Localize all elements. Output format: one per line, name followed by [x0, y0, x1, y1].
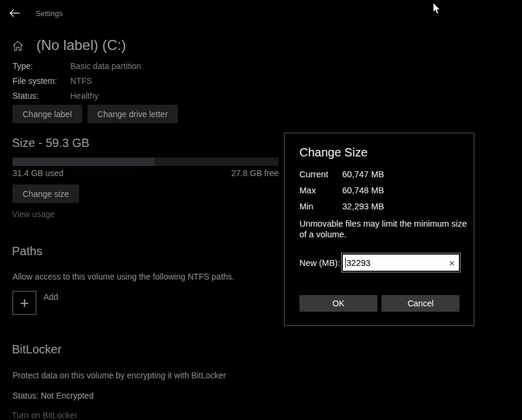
type-label: Type:: [12, 61, 33, 71]
dialog-title: Change Size: [299, 146, 368, 159]
min-size-row: Min 32,293 MB: [299, 202, 313, 211]
add-path-label: Add: [43, 292, 58, 302]
info-row-type: Type: Basic data partition: [12, 61, 33, 72]
cancel-button[interactable]: Cancel: [382, 295, 460, 312]
back-arrow-icon: [9, 9, 20, 17]
paths-description: Allow access to this volume using the fo…: [12, 272, 235, 281]
min-label: Min: [299, 202, 313, 211]
home-icon: [12, 40, 24, 54]
size-bar-used-segment: [12, 158, 155, 166]
used-space-label: 31.4 GB used: [12, 168, 64, 178]
page-title: (No label) (C:): [36, 37, 126, 54]
current-label: Current: [299, 170, 328, 179]
filesystem-value: NTFS: [70, 76, 92, 86]
current-value: 60,747 MB: [342, 170, 384, 179]
paths-heading: Paths: [12, 245, 42, 258]
plus-icon: +: [20, 295, 29, 311]
bitlocker-status: Status: Not Encrypted: [12, 391, 93, 400]
status-value: Healthy: [70, 91, 98, 101]
volume-actions: Change label Change drive letter: [12, 105, 178, 123]
clear-input-icon[interactable]: ×: [446, 256, 457, 269]
info-row-filesystem: File system: NTFS: [12, 76, 57, 87]
size-usage-bar: [12, 158, 279, 166]
turn-on-bitlocker-link[interactable]: Turn on BitLocker: [12, 410, 77, 420]
filesystem-label: File system:: [12, 76, 57, 86]
bitlocker-heading: BitLocker: [12, 343, 61, 356]
unmovable-files-warning: Unmovable files may limit the minimum si…: [299, 218, 469, 240]
min-value: 32,293 MB: [342, 202, 384, 211]
add-path-button[interactable]: +: [12, 291, 36, 315]
info-row-status: Status: Healthy: [12, 91, 39, 102]
ok-button[interactable]: OK: [299, 295, 377, 312]
mouse-cursor: [433, 2, 441, 17]
size-heading: Size - 59.3 GB: [12, 136, 89, 150]
max-size-row: Max 60,748 MB: [299, 186, 315, 195]
change-size-button[interactable]: Change size: [12, 184, 79, 203]
new-size-label: New (MB):: [299, 258, 340, 268]
status-label: Status:: [12, 91, 39, 101]
bitlocker-description: Protect data on this volume by encryptin…: [12, 371, 226, 380]
back-button[interactable]: [6, 5, 23, 21]
free-space-label: 27.8 GB free: [232, 168, 279, 178]
app-title: Settings: [36, 10, 62, 18]
change-drive-letter-button[interactable]: Change drive letter: [87, 105, 178, 123]
size-bar-labels: 31.4 GB used 27.8 GB free: [12, 168, 279, 178]
view-usage-link[interactable]: View usage: [12, 209, 55, 219]
type-value: Basic data partition: [70, 61, 141, 71]
max-label: Max: [299, 186, 315, 195]
new-size-input[interactable]: [342, 253, 460, 272]
current-size-row: Current 60,747 MB: [299, 170, 328, 179]
change-size-dialog: Change Size Current 60,747 MB Max 60,748…: [284, 133, 474, 326]
new-size-field-wrap: ×: [342, 253, 460, 272]
change-label-button[interactable]: Change label: [12, 105, 82, 123]
text-caret: [345, 258, 346, 268]
max-value: 60,748 MB: [342, 186, 384, 195]
